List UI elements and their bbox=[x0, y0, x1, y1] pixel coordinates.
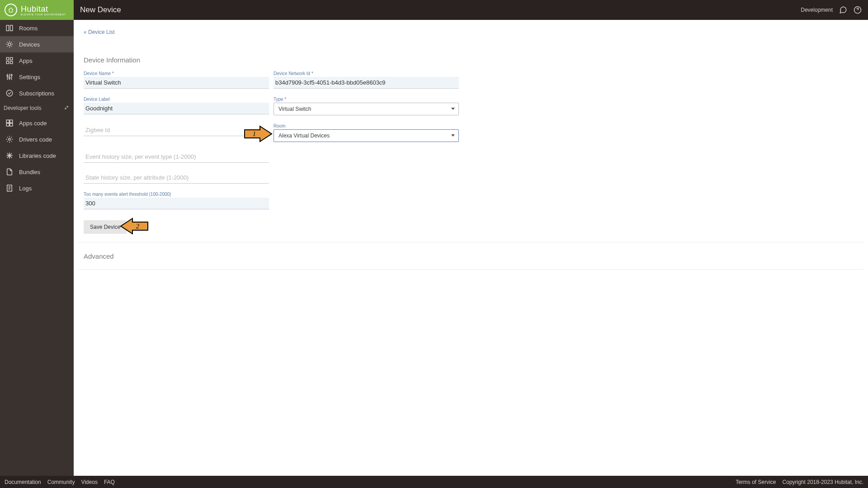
device-name-field: Device Name * bbox=[84, 71, 269, 89]
apps-icon bbox=[5, 57, 14, 65]
device-label-input[interactable] bbox=[84, 103, 269, 114]
logs-icon bbox=[5, 184, 14, 192]
svg-rect-25 bbox=[6, 123, 9, 126]
footer-link-videos[interactable]: Videos bbox=[81, 479, 97, 485]
device-network-id-label: Device Network Id * bbox=[274, 71, 459, 76]
footer-link-documentation[interactable]: Documentation bbox=[5, 479, 41, 485]
chevron-down-icon bbox=[451, 134, 455, 137]
event-history-field bbox=[84, 150, 269, 163]
sidebar-item-apps-code[interactable]: Apps code bbox=[0, 115, 74, 131]
sidebar-item-drivers-code[interactable]: Drivers code bbox=[0, 131, 74, 147]
apps-code-icon bbox=[5, 119, 14, 127]
sidebar-item-label: Libraries code bbox=[19, 152, 56, 159]
sidebar-item-apps[interactable]: Apps bbox=[0, 52, 74, 69]
svg-rect-2 bbox=[10, 25, 13, 31]
bundles-icon bbox=[5, 168, 14, 176]
topbar-right: Development bbox=[801, 6, 868, 14]
environment-label: Development bbox=[801, 7, 833, 13]
device-name-input[interactable] bbox=[84, 77, 269, 89]
sidebar: Rooms Devices Apps Settings Subscription… bbox=[0, 20, 74, 476]
rooms-icon bbox=[5, 24, 14, 32]
annotation-arrow-2: 2 bbox=[120, 218, 149, 235]
main-content: « Device List Device Information Device … bbox=[74, 20, 868, 476]
svg-point-17 bbox=[7, 75, 8, 76]
form-grid: Device Name * Device Network Id * Device… bbox=[84, 71, 858, 209]
sidebar-item-label: Drivers code bbox=[19, 136, 52, 143]
annotation-arrow-1: 1 bbox=[244, 125, 273, 142]
device-network-id-input[interactable] bbox=[274, 77, 459, 89]
collapse-icon[interactable] bbox=[64, 105, 69, 110]
sidebar-item-label: Apps code bbox=[19, 120, 47, 127]
device-network-id-field: Device Network Id * bbox=[274, 71, 459, 89]
sidebar-item-label: Rooms bbox=[19, 25, 38, 32]
svg-line-10 bbox=[7, 46, 8, 47]
svg-text:2: 2 bbox=[136, 223, 139, 230]
advanced-section[interactable]: Advanced bbox=[78, 243, 863, 270]
drivers-code-icon bbox=[5, 135, 14, 143]
help-icon[interactable] bbox=[854, 6, 862, 14]
sidebar-item-libraries-code[interactable]: Libraries code bbox=[0, 147, 74, 164]
type-field: Type * Virtual Switch bbox=[274, 97, 459, 115]
alert-threshold-input[interactable] bbox=[84, 198, 269, 209]
sidebar-item-label: Apps bbox=[19, 57, 33, 64]
breadcrumb-link-device-list[interactable]: « Device List bbox=[84, 29, 115, 35]
settings-icon bbox=[5, 73, 14, 81]
alert-threshold-label: Too many events alert threshold (100-200… bbox=[84, 192, 269, 197]
logo-badge-icon bbox=[5, 4, 17, 16]
logo-text: Hubitat bbox=[21, 5, 66, 14]
sidebar-item-rooms[interactable]: Rooms bbox=[0, 20, 74, 36]
logo[interactable]: Hubitat ELEVATE YOUR ENVIRONMENT bbox=[0, 0, 74, 20]
chat-icon[interactable] bbox=[839, 6, 847, 14]
footer-link-community[interactable]: Community bbox=[47, 479, 75, 485]
sidebar-item-label: Settings bbox=[19, 74, 40, 81]
svg-rect-14 bbox=[6, 62, 9, 64]
svg-point-22 bbox=[6, 90, 13, 96]
footer-right: Terms of Service Copyright 2018-2023 Hub… bbox=[736, 479, 863, 485]
svg-rect-26 bbox=[10, 123, 13, 126]
state-history-field bbox=[84, 171, 269, 184]
sidebar-item-settings[interactable]: Settings bbox=[0, 69, 74, 85]
developer-tools-header[interactable]: Developer tools bbox=[0, 101, 74, 115]
device-info-card: « Device List Device Information Device … bbox=[78, 24, 863, 242]
room-select[interactable]: Alexa Virtual Devices bbox=[274, 129, 459, 142]
sidebar-item-bundles[interactable]: Bundles bbox=[0, 164, 74, 180]
room-label: Room bbox=[274, 123, 459, 128]
zigbee-id-input[interactable] bbox=[84, 124, 269, 136]
sidebar-item-label: Logs bbox=[19, 185, 32, 192]
svg-point-19 bbox=[9, 77, 10, 79]
room-field: Room Alexa Virtual Devices 1 bbox=[274, 123, 459, 142]
alert-threshold-field: Too many events alert threshold (100-200… bbox=[84, 192, 269, 209]
state-history-input[interactable] bbox=[84, 172, 269, 184]
svg-rect-12 bbox=[6, 57, 9, 60]
svg-rect-15 bbox=[10, 62, 13, 64]
advanced-title: Advanced bbox=[84, 252, 114, 260]
svg-point-3 bbox=[8, 43, 11, 46]
devices-icon bbox=[5, 40, 14, 48]
svg-rect-1 bbox=[6, 25, 9, 31]
logo-text-wrap: Hubitat ELEVATE YOUR ENVIRONMENT bbox=[21, 5, 66, 16]
zigbee-id-field bbox=[84, 123, 269, 142]
type-select-value: Virtual Switch bbox=[278, 106, 311, 112]
page-title: New Device bbox=[80, 5, 121, 14]
sidebar-item-label: Subscriptions bbox=[19, 90, 54, 97]
sidebar-item-logs[interactable]: Logs bbox=[0, 180, 74, 196]
topbar: Hubitat ELEVATE YOUR ENVIRONMENT New Dev… bbox=[0, 0, 868, 20]
svg-line-11 bbox=[11, 42, 12, 43]
type-select[interactable]: Virtual Switch bbox=[274, 103, 459, 115]
footer-left: Documentation Community Videos FAQ bbox=[5, 479, 115, 485]
svg-line-9 bbox=[11, 46, 12, 47]
logo-subtext: ELEVATE YOUR ENVIRONMENT bbox=[21, 13, 66, 16]
footer-link-terms[interactable]: Terms of Service bbox=[736, 479, 776, 485]
type-label: Type * bbox=[274, 97, 459, 102]
svg-rect-13 bbox=[10, 57, 13, 60]
svg-text:1: 1 bbox=[253, 131, 256, 137]
sidebar-item-subscriptions[interactable]: Subscriptions bbox=[0, 85, 74, 101]
device-name-label: Device Name * bbox=[84, 71, 269, 76]
device-label-label: Device Label bbox=[84, 97, 269, 102]
footer-link-faq[interactable]: FAQ bbox=[104, 479, 115, 485]
room-select-value: Alexa Virtual Devices bbox=[278, 133, 330, 139]
subscriptions-icon bbox=[5, 89, 14, 97]
sidebar-item-devices[interactable]: Devices bbox=[0, 36, 74, 52]
event-history-input[interactable] bbox=[84, 151, 269, 163]
sidebar-item-label: Bundles bbox=[19, 169, 40, 175]
